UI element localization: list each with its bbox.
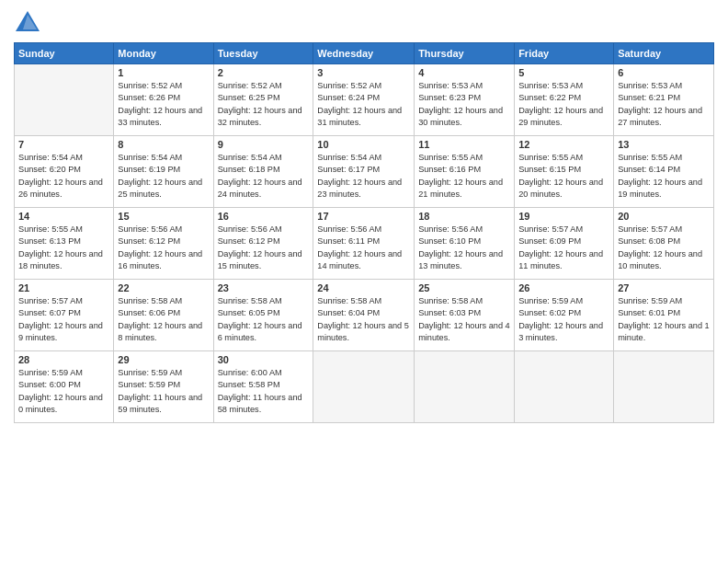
calendar-cell: 21 Sunrise: 5:57 AM Sunset: 6:07 PM Dayl…	[15, 280, 114, 351]
day-number: 10	[317, 139, 410, 150]
calendar-cell: 4 Sunrise: 5:53 AM Sunset: 6:23 PM Dayli…	[415, 64, 515, 136]
cell-info: Sunrise: 5:56 AM Sunset: 6:12 PM Dayligh…	[118, 224, 209, 272]
calendar-cell: 30 Sunrise: 6:00 AM Sunset: 5:58 PM Dayl…	[213, 351, 313, 423]
logo-icon	[14, 9, 41, 35]
col-header-sunday: Sunday	[15, 43, 114, 64]
calendar-cell: 27 Sunrise: 5:59 AM Sunset: 6:01 PM Dayl…	[614, 280, 714, 351]
cell-info: Sunrise: 5:53 AM Sunset: 6:21 PM Dayligh…	[618, 80, 710, 129]
day-number: 28	[18, 354, 109, 365]
week-row-2: 14 Sunrise: 5:55 AM Sunset: 6:13 PM Dayl…	[15, 208, 714, 280]
calendar-cell	[15, 64, 114, 136]
day-number: 22	[118, 282, 209, 293]
cell-info: Sunrise: 5:57 AM Sunset: 6:08 PM Dayligh…	[618, 224, 710, 272]
cell-info: Sunrise: 5:55 AM Sunset: 6:15 PM Dayligh…	[518, 152, 609, 201]
day-number: 6	[618, 67, 710, 78]
day-number: 3	[317, 67, 410, 78]
day-number: 16	[218, 211, 310, 222]
day-number: 5	[518, 67, 609, 78]
calendar-cell: 29 Sunrise: 5:59 AM Sunset: 5:59 PM Dayl…	[114, 351, 213, 423]
cell-info: Sunrise: 5:53 AM Sunset: 6:22 PM Dayligh…	[518, 80, 609, 129]
day-number: 13	[618, 139, 710, 150]
calendar-cell: 12 Sunrise: 5:55 AM Sunset: 6:15 PM Dayl…	[515, 136, 614, 208]
day-number: 7	[18, 139, 109, 150]
calendar-cell: 28 Sunrise: 5:59 AM Sunset: 6:00 PM Dayl…	[15, 351, 114, 423]
week-row-0: 1 Sunrise: 5:52 AM Sunset: 6:26 PM Dayli…	[15, 64, 714, 136]
calendar-cell: 9 Sunrise: 5:54 AM Sunset: 6:18 PM Dayli…	[213, 136, 313, 208]
day-number: 18	[418, 211, 510, 222]
day-number: 26	[518, 282, 609, 293]
day-number: 11	[418, 139, 510, 150]
day-number: 25	[418, 282, 510, 293]
calendar-header-row: SundayMondayTuesdayWednesdayThursdayFrid…	[15, 43, 714, 64]
day-number: 27	[618, 282, 710, 293]
cell-info: Sunrise: 5:58 AM Sunset: 6:06 PM Dayligh…	[118, 295, 209, 344]
col-header-tuesday: Tuesday	[213, 43, 313, 64]
cell-info: Sunrise: 5:53 AM Sunset: 6:23 PM Dayligh…	[418, 80, 510, 129]
cell-info: Sunrise: 5:59 AM Sunset: 5:59 PM Dayligh…	[118, 367, 209, 416]
calendar-cell: 19 Sunrise: 5:57 AM Sunset: 6:09 PM Dayl…	[515, 208, 614, 280]
day-number: 8	[118, 139, 209, 150]
calendar-cell	[415, 351, 515, 423]
cell-info: Sunrise: 5:57 AM Sunset: 6:07 PM Dayligh…	[18, 295, 109, 344]
calendar-cell: 8 Sunrise: 5:54 AM Sunset: 6:19 PM Dayli…	[114, 136, 213, 208]
day-number: 21	[18, 282, 109, 293]
calendar-cell: 13 Sunrise: 5:55 AM Sunset: 6:14 PM Dayl…	[614, 136, 714, 208]
calendar-cell: 3 Sunrise: 5:52 AM Sunset: 6:24 PM Dayli…	[313, 64, 415, 136]
day-number: 30	[218, 354, 310, 365]
cell-info: Sunrise: 5:59 AM Sunset: 6:00 PM Dayligh…	[18, 367, 109, 416]
calendar-cell: 6 Sunrise: 5:53 AM Sunset: 6:21 PM Dayli…	[614, 64, 714, 136]
calendar-cell: 26 Sunrise: 5:59 AM Sunset: 6:02 PM Dayl…	[515, 280, 614, 351]
calendar-cell: 17 Sunrise: 5:56 AM Sunset: 6:11 PM Dayl…	[313, 208, 415, 280]
calendar-cell: 25 Sunrise: 5:58 AM Sunset: 6:03 PM Dayl…	[415, 280, 515, 351]
week-row-4: 28 Sunrise: 5:59 AM Sunset: 6:00 PM Dayl…	[15, 351, 714, 423]
cell-info: Sunrise: 5:57 AM Sunset: 6:09 PM Dayligh…	[518, 224, 609, 272]
logo	[14, 9, 45, 35]
cell-info: Sunrise: 5:52 AM Sunset: 6:25 PM Dayligh…	[218, 80, 310, 129]
day-number: 4	[418, 67, 510, 78]
calendar-cell	[614, 351, 714, 423]
calendar-cell: 23 Sunrise: 5:58 AM Sunset: 6:05 PM Dayl…	[213, 280, 313, 351]
cell-info: Sunrise: 5:56 AM Sunset: 6:10 PM Dayligh…	[418, 224, 510, 272]
day-number: 15	[118, 211, 209, 222]
day-number: 20	[618, 211, 710, 222]
col-header-friday: Friday	[515, 43, 614, 64]
calendar-cell: 15 Sunrise: 5:56 AM Sunset: 6:12 PM Dayl…	[114, 208, 213, 280]
cell-info: Sunrise: 5:58 AM Sunset: 6:05 PM Dayligh…	[218, 295, 310, 344]
day-number: 1	[118, 67, 209, 78]
calendar-cell: 16 Sunrise: 5:56 AM Sunset: 6:12 PM Dayl…	[213, 208, 313, 280]
col-header-monday: Monday	[114, 43, 213, 64]
page: SundayMondayTuesdayWednesdayThursdayFrid…	[0, 0, 728, 563]
day-number: 12	[518, 139, 609, 150]
calendar-cell: 5 Sunrise: 5:53 AM Sunset: 6:22 PM Dayli…	[515, 64, 614, 136]
cell-info: Sunrise: 5:54 AM Sunset: 6:17 PM Dayligh…	[317, 152, 410, 201]
day-number: 23	[218, 282, 310, 293]
cell-info: Sunrise: 5:56 AM Sunset: 6:12 PM Dayligh…	[218, 224, 310, 272]
cell-info: Sunrise: 5:55 AM Sunset: 6:16 PM Dayligh…	[418, 152, 510, 201]
cell-info: Sunrise: 5:55 AM Sunset: 6:14 PM Dayligh…	[618, 152, 710, 201]
col-header-thursday: Thursday	[415, 43, 515, 64]
day-number: 17	[317, 211, 410, 222]
calendar-cell	[515, 351, 614, 423]
header	[14, 9, 714, 35]
day-number: 14	[18, 211, 109, 222]
day-number: 29	[118, 354, 209, 365]
day-number: 9	[218, 139, 310, 150]
cell-info: Sunrise: 5:54 AM Sunset: 6:18 PM Dayligh…	[218, 152, 310, 201]
calendar-cell: 22 Sunrise: 5:58 AM Sunset: 6:06 PM Dayl…	[114, 280, 213, 351]
week-row-3: 21 Sunrise: 5:57 AM Sunset: 6:07 PM Dayl…	[15, 280, 714, 351]
cell-info: Sunrise: 5:52 AM Sunset: 6:26 PM Dayligh…	[118, 80, 209, 129]
cell-info: Sunrise: 6:00 AM Sunset: 5:58 PM Dayligh…	[218, 367, 310, 416]
calendar: SundayMondayTuesdayWednesdayThursdayFrid…	[14, 42, 714, 423]
calendar-cell: 7 Sunrise: 5:54 AM Sunset: 6:20 PM Dayli…	[15, 136, 114, 208]
cell-info: Sunrise: 5:52 AM Sunset: 6:24 PM Dayligh…	[317, 80, 410, 129]
cell-info: Sunrise: 5:59 AM Sunset: 6:02 PM Dayligh…	[518, 295, 609, 344]
calendar-cell: 18 Sunrise: 5:56 AM Sunset: 6:10 PM Dayl…	[415, 208, 515, 280]
calendar-cell: 24 Sunrise: 5:58 AM Sunset: 6:04 PM Dayl…	[313, 280, 415, 351]
calendar-cell: 20 Sunrise: 5:57 AM Sunset: 6:08 PM Dayl…	[614, 208, 714, 280]
day-number: 2	[218, 67, 310, 78]
calendar-cell: 1 Sunrise: 5:52 AM Sunset: 6:26 PM Dayli…	[114, 64, 213, 136]
col-header-saturday: Saturday	[614, 43, 714, 64]
cell-info: Sunrise: 5:58 AM Sunset: 6:04 PM Dayligh…	[317, 295, 410, 344]
week-row-1: 7 Sunrise: 5:54 AM Sunset: 6:20 PM Dayli…	[15, 136, 714, 208]
cell-info: Sunrise: 5:59 AM Sunset: 6:01 PM Dayligh…	[618, 295, 710, 344]
